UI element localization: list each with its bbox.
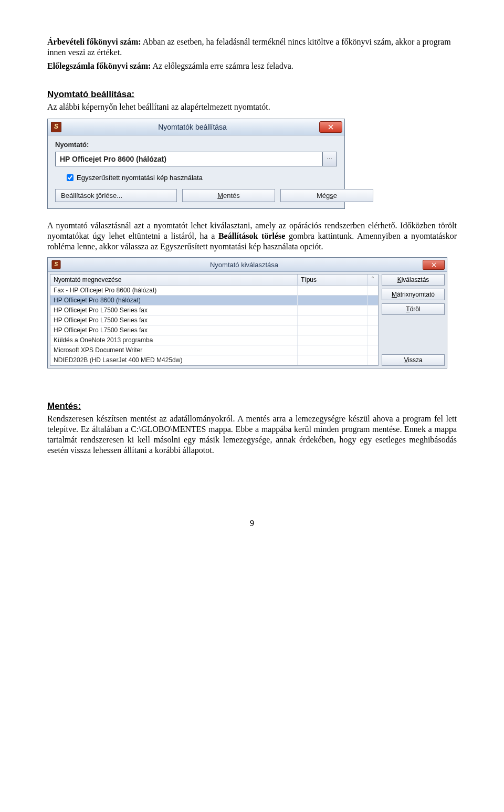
close-button[interactable] <box>423 260 445 270</box>
text-mentes: Rendszeresen készítsen mentést az adatál… <box>47 414 457 456</box>
dialog-nyomtatok-beallitasa: S Nyomtatók beállítása Nyomtató: HP Offi… <box>47 119 345 209</box>
dialog-nyomtato-kivalasztasa: S Nyomtató kiválasztása Nyomtató megneve… <box>47 257 447 368</box>
printer-name-cell: HP Officejet Pro 8600 (hálózat) <box>50 296 298 305</box>
printer-name-cell: Fax - HP Officejet Pro 8600 (hálózat) <box>50 286 298 295</box>
printer-browse-button[interactable]: ⋯ <box>323 152 337 166</box>
close-icon <box>432 262 436 267</box>
delete-button[interactable]: Töröl <box>382 303 445 315</box>
printer-name-cell: HP Officejet Pro L7500 Series fax <box>50 305 298 315</box>
printer-input[interactable]: HP Officejet Pro 8600 (hálózat) <box>55 152 323 166</box>
back-button[interactable]: Vissza <box>382 354 445 366</box>
para-printer-selection-bold: Beállítások törlése <box>218 231 285 240</box>
page-number: 9 <box>47 519 457 528</box>
table-row[interactable]: HP Officejet Pro 8600 (hálózat) <box>50 296 378 305</box>
printer-table[interactable]: Nyomtató megnevezése Típus ˆ Fax - HP Of… <box>50 274 379 366</box>
app-icon: S <box>52 260 61 269</box>
col-name: Nyomtató megnevezése <box>50 275 298 285</box>
printer-type-cell <box>298 345 368 355</box>
printer-name-cell: Küldés a OneNote 2013 programba <box>50 335 298 345</box>
save-button[interactable]: Mentés <box>182 189 275 202</box>
clear-settings-button[interactable]: Beállítások törlése... <box>55 189 177 202</box>
printer-name-cell: HP Officejet Pro L7500 Series fax <box>50 325 298 335</box>
scroll-up-icon[interactable]: ˆ <box>368 275 378 285</box>
back-button-label: Vissza <box>404 356 422 364</box>
matrix-printer-button[interactable]: Mátrixnyomtató <box>382 289 445 300</box>
select-button[interactable]: Kiválasztás <box>382 274 445 286</box>
para-arbevetel-lead: Árbevételi főkönyvi szám: <box>47 37 141 46</box>
table-row[interactable]: Küldés a OneNote 2013 programba <box>50 335 378 345</box>
table-row[interactable]: Fax - HP Officejet Pro 8600 (hálózat) <box>50 286 378 296</box>
printer-table-header: Nyomtató megnevezése Típus ˆ <box>50 275 378 286</box>
table-row[interactable]: HP Officejet Pro L7500 Series fax <box>50 305 378 315</box>
para-printer-selection: A nyomtató választásnál azt a nyomtatót … <box>47 220 457 252</box>
cancel-button[interactable]: Mégse <box>280 189 373 202</box>
checkbox-simplified-print[interactable]: Egyszerűsített nyomtatási kép használata <box>65 173 337 183</box>
checkbox-simplified-print-box[interactable] <box>67 174 74 181</box>
close-button[interactable] <box>319 121 342 133</box>
col-type: Típus <box>298 275 368 285</box>
printer-name-cell: HP Officejet Pro L7500 Series fax <box>50 315 298 325</box>
table-row[interactable]: NDIED202B (HD LaserJet 400 MED M425dw) <box>50 355 378 365</box>
table-row[interactable]: Microsoft XPS Document Writer <box>50 345 378 355</box>
checkbox-simplified-print-label: Egyszerűsített nyomtatási kép használata <box>77 174 203 182</box>
printer-name-cell: NDIED202B (HD LaserJet 400 MED M425dw) <box>50 355 298 365</box>
dialog1-titlebar: S Nyomtatók beállítása <box>48 119 344 135</box>
dialog1-title: Nyomtatók beállítása <box>66 123 319 131</box>
heading-nyomtato-beallitasa: Nyomtató beállítása: <box>47 89 457 100</box>
para-eloleg-lead: Előlegszámla főkönyvi szám: <box>47 61 151 70</box>
printer-type-cell <box>298 355 368 365</box>
printer-type-cell <box>298 325 368 335</box>
save-button-label: Mentés <box>217 192 240 199</box>
printer-type-cell <box>298 305 368 315</box>
printer-type-cell <box>298 296 368 305</box>
dialog2-titlebar: S Nyomtató kiválasztása <box>48 258 447 272</box>
para-eloleg: Előlegszámla főkönyvi szám: Az előlegszá… <box>47 61 457 71</box>
ellipsis-icon: ⋯ <box>327 156 333 163</box>
para-eloleg-rest: Az előlegszámla erre számra lesz feladva… <box>151 61 293 70</box>
close-icon <box>328 124 333 130</box>
select-button-label: Kiválasztás <box>397 276 429 283</box>
para-arbevetel: Árbevételi főkönyvi szám: Abban az esetb… <box>47 37 457 58</box>
dialog2-title: Nyomtató kiválasztása <box>66 261 423 269</box>
delete-button-label: Töröl <box>406 305 420 313</box>
printer-type-cell <box>298 286 368 295</box>
app-icon: S <box>51 122 61 132</box>
text-nyomtato-beallitasa: Az alábbi képernyőn lehet beállítani az … <box>47 102 457 112</box>
table-row[interactable]: HP Officejet Pro L7500 Series fax <box>50 315 378 325</box>
printer-name-cell: Microsoft XPS Document Writer <box>50 345 298 355</box>
heading-mentes: Mentés: <box>47 401 457 412</box>
clear-settings-button-label: Beállítások törlése... <box>61 192 122 199</box>
printer-type-cell <box>298 335 368 345</box>
matrix-printer-button-label: Mátrixnyomtató <box>392 291 435 298</box>
cancel-button-label: Mégse <box>317 192 337 199</box>
table-row[interactable]: HP Officejet Pro L7500 Series fax <box>50 325 378 335</box>
printer-type-cell <box>298 315 368 325</box>
label-nyomtato: Nyomtató: <box>55 141 337 149</box>
